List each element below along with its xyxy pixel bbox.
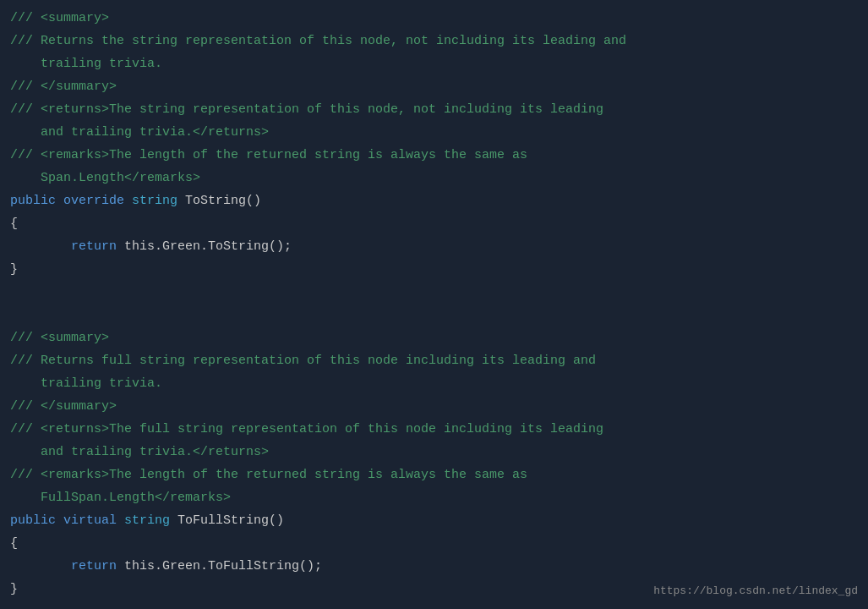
line-16: /// Returns full string representation o… <box>10 349 858 372</box>
line-20: and trailing trivia.</returns> <box>10 441 858 464</box>
line-2: /// Returns the string representation of… <box>10 30 858 52</box>
line-8: Span.Length</remarks> <box>10 167 858 189</box>
line-9: public override string ToString() <box>10 189 858 212</box>
line-11: return this.Green.ToString(); <box>10 235 858 258</box>
line-21: /// <remarks>The length of the returned … <box>10 464 858 486</box>
line-3: trailing trivia. <box>10 52 858 75</box>
line-12: } <box>10 258 858 281</box>
line-23: public virtual string ToFullString() <box>10 509 858 532</box>
line-5: /// <returns>The string representation o… <box>10 98 858 121</box>
line-15: /// <summary> <box>10 326 858 349</box>
line-4: /// </summary> <box>10 75 858 98</box>
code-container: /// <summary> /// Returns the string rep… <box>0 0 868 609</box>
watermark: https://blog.csdn.net/lindex_gd <box>653 579 858 602</box>
line-1: /// <summary> <box>10 7 858 30</box>
line-25: return this.Green.ToFullString(); <box>10 555 858 578</box>
line-19: /// <returns>The full string representat… <box>10 418 858 441</box>
line-22: FullSpan.Length</remarks> <box>10 486 858 509</box>
line-14 <box>10 304 858 326</box>
line-7: /// <remarks>The length of the returned … <box>10 144 858 167</box>
line-24: { <box>10 532 858 555</box>
line-6: and trailing trivia.</returns> <box>10 121 858 144</box>
line-18: /// </summary> <box>10 395 858 418</box>
line-10: { <box>10 212 858 235</box>
line-13 <box>10 281 858 304</box>
line-17: trailing trivia. <box>10 372 858 395</box>
